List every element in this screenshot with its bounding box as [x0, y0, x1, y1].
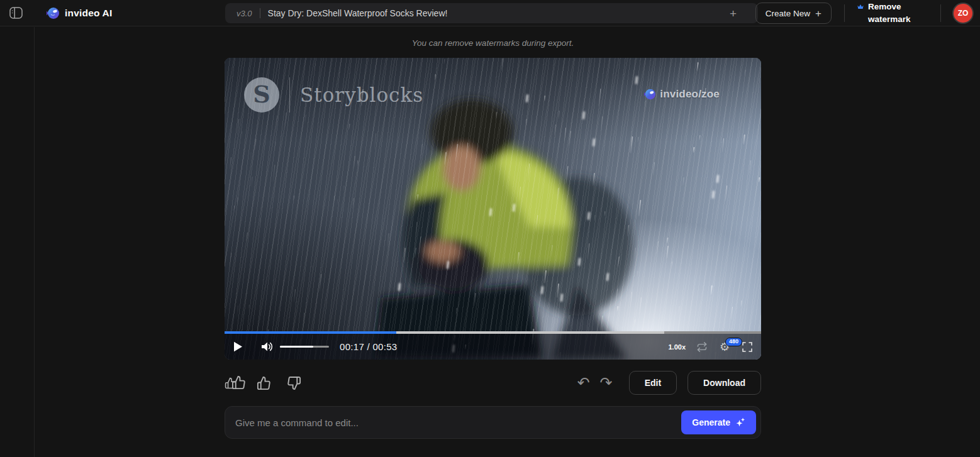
invideo-watermark-text: invideo/zoe [660, 88, 720, 101]
crown-icon [857, 3, 864, 10]
download-button[interactable]: Download [688, 371, 761, 395]
top-bar: invideo AI v3.0 Stay Dry: DexShell Water… [0, 0, 980, 26]
redo-icon[interactable]: ↷ [595, 375, 618, 390]
quality-badge: 480 [725, 338, 742, 347]
sparkle-icon [736, 417, 745, 427]
video-player: S Storyblocks invideo/zoe [225, 58, 761, 360]
brand-name: invideo AI [65, 8, 113, 19]
left-rail [0, 27, 35, 457]
user-avatar[interactable]: ZO [954, 4, 972, 23]
fullscreen-icon[interactable] [742, 342, 752, 352]
header-divider [844, 4, 845, 22]
loop-icon[interactable] [696, 342, 708, 352]
quality-settings-button[interactable]: ⚙ 480 [720, 340, 732, 354]
sidebar-toggle-icon[interactable] [7, 5, 25, 21]
storyblocks-logo-icon: S [244, 77, 279, 113]
double-thumbs-up-button[interactable] [225, 375, 247, 391]
invideo-logo-icon [46, 6, 60, 20]
create-new-label: Create New [766, 9, 810, 18]
remove-watermark-label: Remove watermark [868, 1, 928, 25]
video-surface[interactable]: S Storyblocks invideo/zoe [225, 58, 761, 360]
generate-label: Generate [692, 417, 730, 427]
command-bar: Generate [225, 406, 761, 439]
title-divider [260, 8, 260, 18]
header-divider [940, 4, 941, 22]
watermark-notice: You can remove watermarks during export. [225, 38, 761, 48]
add-project-icon[interactable]: + [730, 8, 737, 19]
playback-speed-button[interactable]: 1.00x [668, 343, 686, 351]
plus-icon: + [815, 8, 821, 19]
invideo-logo-icon [643, 88, 656, 101]
thumbs-down-button[interactable] [287, 376, 301, 390]
storyblocks-watermark: S Storyblocks [244, 77, 423, 113]
volume-slider[interactable] [280, 346, 329, 348]
version-label: v3.0 [237, 9, 252, 18]
action-row: ↶ ↷ Edit Download [225, 370, 761, 395]
video-controls: 00:17 / 00:53 1.00x ⚙ 480 [225, 331, 761, 360]
invideo-watermark: invideo/zoe [643, 88, 720, 101]
command-input[interactable] [235, 417, 681, 428]
storyblocks-watermark-text: Storyblocks [289, 77, 423, 113]
create-new-button[interactable]: Create New + [755, 3, 832, 24]
play-button[interactable] [233, 340, 247, 354]
edit-button[interactable]: Edit [629, 371, 677, 395]
project-title: Stay Dry: DexShell Waterproof Socks Revi… [268, 8, 730, 18]
volume-control[interactable] [261, 341, 329, 352]
undo-icon[interactable]: ↶ [572, 375, 594, 390]
controls-row: 00:17 / 00:53 1.00x ⚙ 480 [225, 334, 761, 360]
volume-fill [280, 346, 313, 348]
project-title-bar[interactable]: v3.0 Stay Dry: DexShell Waterproof Socks… [225, 3, 758, 23]
thumbs-up-button[interactable] [257, 376, 271, 390]
generate-button[interactable]: Generate [681, 410, 756, 434]
brand[interactable]: invideo AI [46, 6, 113, 20]
remove-watermark-button[interactable]: Remove watermark [857, 1, 928, 25]
volume-icon [261, 341, 274, 352]
header-right: Create New + Remove watermark ZO [755, 0, 980, 26]
time-display: 00:17 / 00:53 [340, 341, 397, 352]
